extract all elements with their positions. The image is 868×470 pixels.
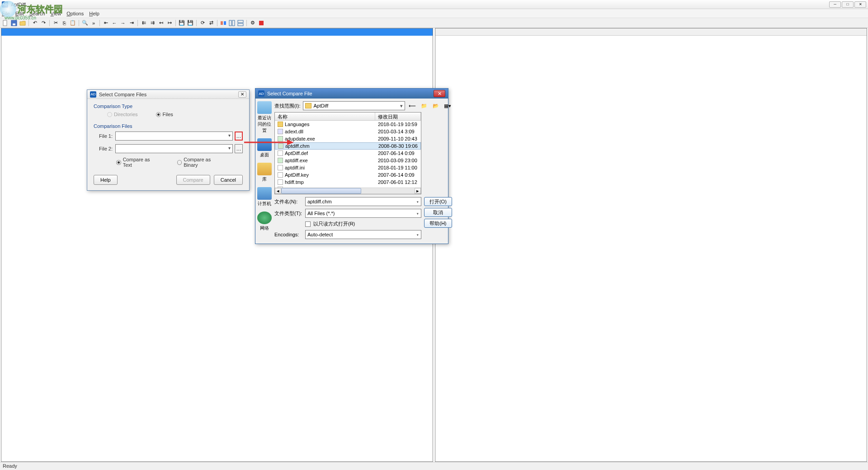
col-name[interactable]: 名称 [275,113,375,120]
tb-findnext-icon[interactable]: » [90,19,97,27]
tb-saveleft-icon[interactable]: 💾 [178,19,185,27]
tb-cut-icon[interactable]: ✂ [52,19,59,27]
tb-paste-icon[interactable]: 📋 [69,19,76,27]
file1-browse-button[interactable]: … [235,132,243,141]
right-pane[interactable] [435,28,867,462]
radio-compare-text[interactable] [116,160,121,165]
tb-copy-icon[interactable]: ⎘ [61,19,68,27]
help-button[interactable]: Help [94,175,118,185]
encodings-label: Encodings: [274,232,302,237]
dialog2-close-button[interactable]: ✕ [434,90,445,97]
tb-prev-diff-icon[interactable]: ← [111,19,118,27]
back-icon[interactable]: ⟵ [408,101,417,110]
tb-options-icon[interactable]: ⚙ [249,19,256,27]
svg-marker-11 [287,140,294,145]
tb-redo-icon[interactable]: ↷ [40,19,47,27]
minimize-button[interactable]: ─ [829,1,841,8]
menu-view[interactable]: View [51,11,61,16]
tb-swap-icon[interactable]: ⇄ [208,19,215,27]
file-row[interactable]: Languages2018-01-19 10:59 [275,121,421,128]
filename-label: 文件名(N): [274,198,302,205]
menu-help[interactable]: Help [89,11,99,16]
file-row[interactable]: aptdiff.ini2018-01-19 11:00 [275,164,421,171]
file2-label: File 2: [94,146,113,151]
status-text: Ready [3,463,17,469]
tb-undo-icon[interactable]: ↶ [31,19,38,27]
file2-combo[interactable] [115,144,233,153]
menu-options[interactable]: Options [66,11,84,16]
app-title: AptDiff [11,2,829,7]
file2-browse-button[interactable]: … [235,144,243,153]
dialog1-close-button[interactable]: ✕ [238,91,246,98]
file-icon [278,150,283,156]
menu-edit[interactable]: Edit [15,11,24,16]
tb-find-icon[interactable]: 🔍 [81,19,89,27]
close-button[interactable]: ✕ [854,1,866,8]
filename-input[interactable]: aptdiff.chm [305,197,421,206]
file-icon [278,172,283,178]
file1-label: File 1: [94,133,113,139]
svg-rect-0 [3,20,7,26]
tb-vertical-icon[interactable] [228,19,236,27]
up-icon[interactable]: 📁 [420,101,429,110]
horizontal-scrollbar[interactable]: ◂▸ [275,188,421,194]
comparison-files-label: Comparison Files [94,123,243,129]
open-button[interactable]: 打开(O) [424,197,452,206]
tb-copy-left-icon[interactable]: ⇇ [140,19,147,27]
cancel2-button[interactable]: 取消 [424,208,452,217]
filetype-combo[interactable]: All Files (*.*) [305,209,421,218]
readonly-label: 以只读方式打开(R) [313,221,355,227]
col-date[interactable]: 修改日期 [375,113,421,120]
tb-saveright-icon[interactable]: 💾 [187,19,194,27]
radio-compare-binary[interactable] [177,160,182,165]
tb-next-diff-icon[interactable]: → [119,19,127,27]
newfolder-icon[interactable]: 📂 [431,101,440,110]
tb-copy-line-left-icon[interactable]: ↤ [157,19,165,27]
file-row[interactable]: aptdiff.exe2010-03-09 23:00 [275,157,421,164]
lookin-label: 查找范围(I): [274,103,300,109]
radio-files[interactable] [156,112,161,117]
svg-rect-6 [232,20,235,26]
place-computer[interactable]: 计算机 [257,187,272,207]
file-list[interactable]: 名称 修改日期 Languages2018-01-19 10:59adext.d… [274,112,421,194]
encodings-combo[interactable]: Auto-detect [305,230,421,239]
filetype-label: 文件类型(T): [274,210,302,217]
maximize-button[interactable]: □ [842,1,854,8]
tb-horizontal-icon[interactable] [237,19,244,27]
place-recent[interactable]: 最近访问的位置 [257,101,272,134]
dialog1-icon: AD [90,91,96,98]
lookin-combo[interactable]: AptDiff [303,101,405,110]
file-row[interactable]: AptDiff.def2007-06-14 0:09 [275,150,421,157]
place-network[interactable]: 网络 [257,212,272,231]
file1-combo[interactable] [115,132,233,141]
network-icon [257,212,272,224]
file-row[interactable]: adupdate.exe2009-11-10 20:43 [275,135,421,142]
menu-search[interactable]: Search [29,11,45,16]
cancel-button[interactable]: Cancel [214,175,243,185]
comparison-type-label: Comparison Type [94,103,243,109]
file-icon [278,179,283,185]
svg-rect-9 [259,21,264,25]
place-library[interactable]: 库 [257,163,272,183]
tb-last-diff-icon[interactable]: ⇥ [128,19,135,27]
tb-copy-right-icon[interactable]: ⇉ [149,19,156,27]
tb-open-icon[interactable] [19,19,26,27]
radio-files-label: Files [163,112,173,117]
tb-copy-line-right-icon[interactable]: ↦ [166,19,173,27]
app-icon: AD [2,1,8,8]
tb-save-icon[interactable] [10,19,18,27]
tb-first-diff-icon[interactable]: ⇤ [102,19,109,27]
tb-highlight-icon[interactable] [220,19,227,27]
tb-stop-icon[interactable] [258,19,265,27]
tb-new-icon[interactable] [2,19,9,27]
views-icon[interactable]: ▦▾ [443,101,452,110]
file-row[interactable]: AptDiff.key2007-06-14 0:09 [275,171,421,179]
file-row[interactable]: aptdiff.chm2008-08-30 19:06 [275,142,421,150]
file-row[interactable]: adext.dll2010-03-14 3:09 [275,128,421,135]
file-row[interactable]: hdiff.tmp2007-06-01 12:12 [275,179,421,186]
menu-file[interactable]: File [2,11,10,16]
tb-recompare-icon[interactable]: ⟳ [199,19,206,27]
help2-button[interactable]: 帮助(H) [424,219,452,228]
main-titlebar: AD AptDiff ─ □ ✕ [0,0,868,9]
readonly-checkbox[interactable] [305,221,311,227]
